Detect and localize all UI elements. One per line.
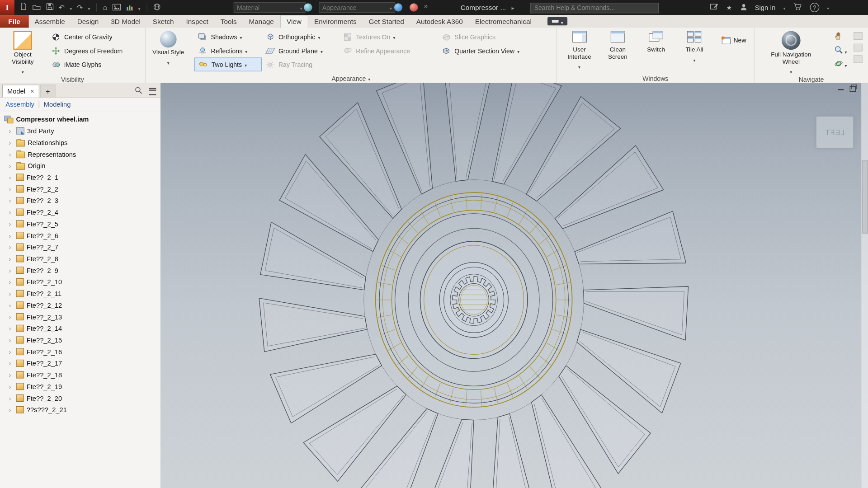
ribbon-tab[interactable]: Sketch <box>146 15 180 28</box>
undo-icon[interactable]: ↶ <box>59 4 65 11</box>
save-icon[interactable] <box>46 3 54 13</box>
ribbon-tab[interactable]: 3D Model <box>105 15 146 28</box>
adjust-appearance-icon[interactable] <box>394 3 402 11</box>
ribbon-tab[interactable]: Tools <box>214 15 243 28</box>
browser-search-icon[interactable] <box>135 86 142 96</box>
tree-item-part[interactable]: Fte??_2_8 <box>0 253 160 265</box>
switch-windows-button[interactable]: Switch <box>640 30 672 74</box>
tree-item-part[interactable]: Fte??_2_6 <box>0 230 160 241</box>
reflections-button[interactable]: Reflections <box>194 44 262 58</box>
appearance-swatch-icon[interactable] <box>304 3 312 11</box>
imate-glyphs-button[interactable]: iMate Glyphs <box>47 57 139 71</box>
refine-appearance-button[interactable]: Refine Appearance <box>340 44 433 58</box>
globe-icon[interactable] <box>153 3 160 13</box>
expand-chevron-icon[interactable] <box>9 186 14 192</box>
ribbon-tab[interactable]: Environments <box>308 15 363 28</box>
expand-chevron-icon[interactable] <box>9 267 14 274</box>
add-browser-tab-button[interactable]: + <box>40 84 56 97</box>
expand-chevron-icon[interactable] <box>9 395 14 402</box>
tree-item-part[interactable]: Fte??_2_10 <box>0 276 160 288</box>
degrees-of-freedom-button[interactable]: Degrees of Freedom <box>47 44 139 58</box>
appearance-dropdown[interactable]: Appearance <box>319 2 395 13</box>
viewport-scrollbar-thumb[interactable] <box>862 160 868 234</box>
tree-item-part[interactable]: Fte??_2_14 <box>0 323 160 334</box>
ribbon-tab[interactable]: File <box>0 15 28 28</box>
zoom-button[interactable] <box>834 44 847 58</box>
quarter-section-view-button[interactable]: Quarter Section View <box>438 44 549 58</box>
center-of-gravity-button[interactable]: Center of Gravity <box>47 30 139 44</box>
toolbar-overflow-icon[interactable] <box>424 2 428 10</box>
viewport-3d[interactable]: LEFT <box>160 83 868 488</box>
textures-on-button[interactable]: Textures On <box>340 30 433 44</box>
expand-chevron-icon[interactable] <box>9 325 14 332</box>
tree-item-part[interactable]: Fte??_2_12 <box>0 299 160 311</box>
new-file-icon[interactable] <box>20 2 27 13</box>
two-lights-button[interactable]: Two Lights <box>194 57 262 71</box>
image-capture-icon[interactable] <box>112 3 120 13</box>
shadows-button[interactable]: Shadows <box>194 30 262 44</box>
subtab-modeling[interactable]: Modeling <box>44 100 71 108</box>
expand-chevron-icon[interactable] <box>9 162 14 169</box>
tree-item-part[interactable]: ??s???_2_21 <box>0 404 160 416</box>
ray-tracing-button[interactable]: Ray Tracing <box>262 57 339 71</box>
expand-chevron-icon[interactable] <box>9 348 14 355</box>
expand-chevron-icon[interactable] <box>9 151 14 158</box>
tree-item-part[interactable]: Fte??_2_5 <box>0 218 160 230</box>
browser-tab-model[interactable]: Model <box>2 84 39 97</box>
expand-chevron-icon[interactable] <box>9 139 14 146</box>
expand-chevron-icon[interactable] <box>9 290 14 297</box>
browser-menu-icon[interactable] <box>149 88 156 95</box>
tree-item-representations[interactable]: Representations <box>0 148 160 160</box>
ribbon-tab[interactable]: Electromechanical <box>469 15 538 28</box>
sign-in-dropdown-icon[interactable] <box>783 4 786 11</box>
clipped-tool-icon[interactable] <box>854 55 863 63</box>
viewport-scrollbar[interactable] <box>861 83 868 488</box>
help-search-input[interactable] <box>530 3 659 13</box>
expand-chevron-icon[interactable] <box>9 360 14 367</box>
expand-chevron-icon[interactable] <box>9 255 14 262</box>
clean-screen-button[interactable]: Clean Screen <box>602 30 633 74</box>
expand-chevron-icon[interactable] <box>9 244 14 250</box>
object-visibility-button[interactable]: Object Visibility <box>5 30 41 76</box>
ribbon-tab[interactable]: Autodesk A360 <box>410 15 469 28</box>
slice-graphics-button[interactable]: Slice Graphics <box>438 30 549 44</box>
tree-item-root[interactable]: Compressor wheel.iam <box>0 113 160 125</box>
expand-chevron-icon[interactable] <box>9 406 14 413</box>
tree-item-part[interactable]: Fte??_2_16 <box>0 346 160 357</box>
ribbon-tab[interactable]: Inspect <box>180 15 214 28</box>
expand-chevron-icon[interactable] <box>9 337 14 343</box>
ribbon-tab[interactable]: Get Started <box>363 15 410 28</box>
expand-chevron-icon[interactable] <box>9 302 14 309</box>
panel-label-navigate[interactable]: Navigate <box>755 76 868 83</box>
home-view-icon[interactable]: ⌂ <box>103 4 108 11</box>
subtab-assembly[interactable]: Assembly <box>5 100 34 108</box>
user-interface-button[interactable]: User Interface <box>564 30 595 74</box>
tree-item-part[interactable]: Fte??_2_17 <box>0 357 160 369</box>
measure-dropdown-icon[interactable] <box>138 3 141 13</box>
tree-item-part[interactable]: Fte??_2_19 <box>0 380 160 392</box>
tree-item-relationships[interactable]: Relationships <box>0 136 160 148</box>
pan-button[interactable] <box>834 30 847 44</box>
inventor-logo-icon[interactable] <box>0 0 14 15</box>
measure-chart-icon[interactable] <box>126 3 133 13</box>
clipped-tool-icon[interactable] <box>854 44 863 52</box>
help-dropdown-icon[interactable] <box>827 4 829 11</box>
expand-chevron-icon[interactable] <box>9 383 14 390</box>
close-icon[interactable] <box>30 87 34 95</box>
tree-item-origin[interactable]: Origin <box>0 160 160 172</box>
open-file-icon[interactable] <box>32 3 41 13</box>
favorites-star-icon[interactable] <box>726 4 732 11</box>
tree-item-part[interactable]: Fte??_2_13 <box>0 311 160 323</box>
material-dropdown[interactable]: Material <box>234 2 306 13</box>
panel-label-visibility[interactable]: Visibility <box>0 76 145 83</box>
person-icon[interactable] <box>740 3 747 12</box>
store-cart-icon[interactable] <box>793 3 802 12</box>
tree-item-part[interactable]: Fte??_2_18 <box>0 369 160 381</box>
ribbon-tab[interactable]: Manage <box>243 15 280 28</box>
feedback-icon[interactable] <box>710 3 718 12</box>
expand-chevron-icon[interactable] <box>9 209 14 216</box>
help-icon[interactable] <box>810 3 819 12</box>
document-minimize-icon[interactable] <box>838 89 844 90</box>
tree-item-part[interactable]: Fte??_2_3 <box>0 195 160 206</box>
ribbon-tab[interactable]: View <box>280 15 308 28</box>
